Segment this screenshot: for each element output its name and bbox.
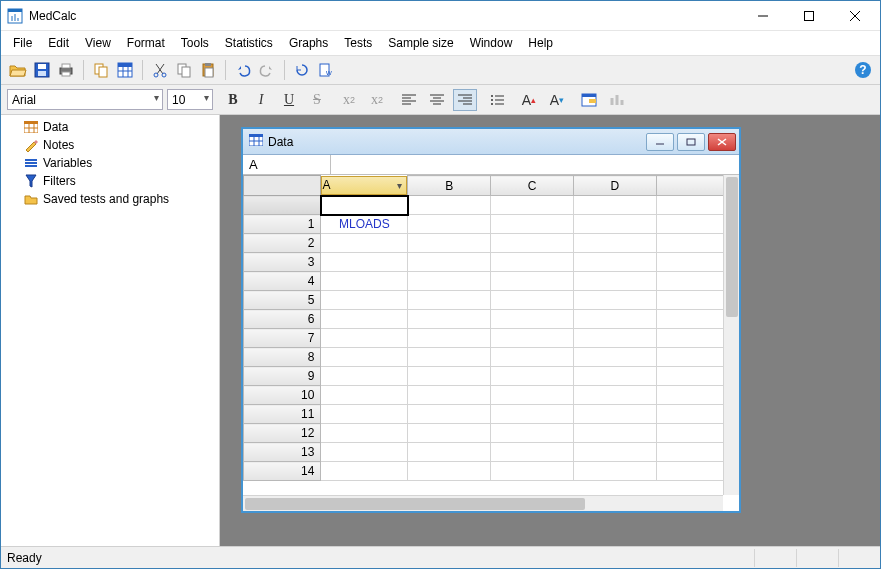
svg-rect-65: [249, 134, 263, 137]
tree-data-label: Data: [43, 120, 68, 134]
copy-button[interactable]: [90, 59, 112, 81]
paste-button[interactable]: [197, 59, 219, 81]
row-header-12[interactable]: 12: [244, 424, 321, 443]
svg-point-24: [154, 73, 158, 77]
cell-reference-bar: A: [243, 155, 739, 175]
tree-saved-label: Saved tests and graphs: [43, 192, 169, 206]
menu-help[interactable]: Help: [520, 33, 561, 53]
menu-graphs[interactable]: Graphs: [281, 33, 336, 53]
menu-tools[interactable]: Tools: [173, 33, 217, 53]
menu-edit[interactable]: Edit: [40, 33, 77, 53]
menu-statistics[interactable]: Statistics: [217, 33, 281, 53]
cut-button[interactable]: [149, 59, 171, 81]
export-button[interactable]: w: [315, 59, 337, 81]
row-header-1[interactable]: 1: [244, 215, 321, 234]
row-header-7[interactable]: 7: [244, 329, 321, 348]
menu-tests[interactable]: Tests: [336, 33, 380, 53]
menu-file[interactable]: File: [5, 33, 40, 53]
row-header-4[interactable]: 4: [244, 272, 321, 291]
col-header-b[interactable]: B: [408, 176, 491, 196]
table-button[interactable]: [114, 59, 136, 81]
cell-a-header[interactable]: [321, 196, 408, 215]
menu-sample-size[interactable]: Sample size: [380, 33, 461, 53]
tree-saved[interactable]: Saved tests and graphs: [5, 190, 215, 208]
tree-notes-label: Notes: [43, 138, 74, 152]
variables-icon: [23, 155, 39, 171]
close-button[interactable]: [832, 1, 878, 30]
row-header-3[interactable]: 3: [244, 253, 321, 272]
font-size-input[interactable]: [167, 89, 213, 110]
svg-text:w: w: [325, 68, 332, 77]
align-right-button[interactable]: [453, 89, 477, 111]
print-button[interactable]: [55, 59, 77, 81]
increase-font-button[interactable]: A▴: [517, 89, 541, 111]
horizontal-scrollbar[interactable]: [243, 495, 723, 511]
svg-line-22: [156, 64, 163, 74]
notes-icon: [23, 137, 39, 153]
row-header-0[interactable]: [244, 196, 321, 215]
minimize-button[interactable]: [740, 1, 786, 30]
svg-rect-11: [38, 71, 46, 76]
menu-window[interactable]: Window: [462, 33, 521, 53]
svg-rect-55: [589, 99, 596, 103]
font-name-input[interactable]: [7, 89, 163, 110]
row-header-6[interactable]: 6: [244, 310, 321, 329]
tree-filters[interactable]: Filters: [5, 172, 215, 190]
vertical-scrollbar[interactable]: [723, 175, 739, 495]
row-header-10[interactable]: 10: [244, 386, 321, 405]
cell-a1[interactable]: MLOADS: [321, 215, 408, 234]
chart-format-button[interactable]: [605, 89, 629, 111]
mdi-maximize-button[interactable]: [677, 133, 705, 151]
align-left-button[interactable]: [397, 89, 421, 111]
menu-view[interactable]: View: [77, 33, 119, 53]
subscript-button[interactable]: x2: [337, 89, 361, 111]
svg-rect-1: [8, 9, 22, 12]
spreadsheet-grid[interactable]: A B C D 1MLOADS 2 3 4 5 6 7 8 9: [243, 175, 739, 511]
tree-data[interactable]: Data: [5, 118, 215, 136]
italic-button[interactable]: I: [249, 89, 273, 111]
row-header-9[interactable]: 9: [244, 367, 321, 386]
row-header-5[interactable]: 5: [244, 291, 321, 310]
svg-rect-60: [24, 121, 38, 124]
align-center-button[interactable]: [425, 89, 449, 111]
help-button[interactable]: ?: [852, 59, 874, 81]
sidebar: Data Notes Variables Filters Saved tests…: [1, 115, 220, 548]
select-all-corner[interactable]: [244, 176, 321, 196]
redo-button[interactable]: [256, 59, 278, 81]
strike-button[interactable]: S: [305, 89, 329, 111]
format-toolbar: B I U S x2 x2 A▴ A▾: [1, 85, 880, 115]
row-header-11[interactable]: 11: [244, 405, 321, 424]
undo-button[interactable]: [232, 59, 254, 81]
font-size-select[interactable]: [167, 89, 213, 110]
menu-format[interactable]: Format: [119, 33, 173, 53]
tree-notes[interactable]: Notes: [5, 136, 215, 154]
mdi-close-button[interactable]: [708, 133, 736, 151]
decrease-font-button[interactable]: A▾: [545, 89, 569, 111]
bold-button[interactable]: B: [221, 89, 245, 111]
col-header-d[interactable]: D: [573, 176, 656, 196]
maximize-button[interactable]: [786, 1, 832, 30]
svg-rect-54: [582, 94, 596, 97]
svg-point-51: [491, 103, 493, 105]
col-header-c[interactable]: C: [491, 176, 574, 196]
row-header-8[interactable]: 8: [244, 348, 321, 367]
row-header-2[interactable]: 2: [244, 234, 321, 253]
list-button[interactable]: [485, 89, 509, 111]
open-button[interactable]: [7, 59, 29, 81]
cell-reference[interactable]: A: [243, 155, 331, 174]
refresh-button[interactable]: [291, 59, 313, 81]
row-header-13[interactable]: 13: [244, 443, 321, 462]
superscript-button[interactable]: x2: [365, 89, 389, 111]
font-select[interactable]: [7, 89, 163, 110]
save-button[interactable]: [31, 59, 53, 81]
svg-point-49: [491, 99, 493, 101]
copy2-button[interactable]: [173, 59, 195, 81]
title-bar: MedCalc: [1, 1, 880, 31]
col-header-a[interactable]: A: [321, 176, 407, 195]
data-window-titlebar[interactable]: Data: [243, 129, 739, 155]
tree-variables[interactable]: Variables: [5, 154, 215, 172]
cell-format-button[interactable]: [577, 89, 601, 111]
underline-button[interactable]: U: [277, 89, 301, 111]
row-header-14[interactable]: 14: [244, 462, 321, 481]
mdi-minimize-button[interactable]: [646, 133, 674, 151]
